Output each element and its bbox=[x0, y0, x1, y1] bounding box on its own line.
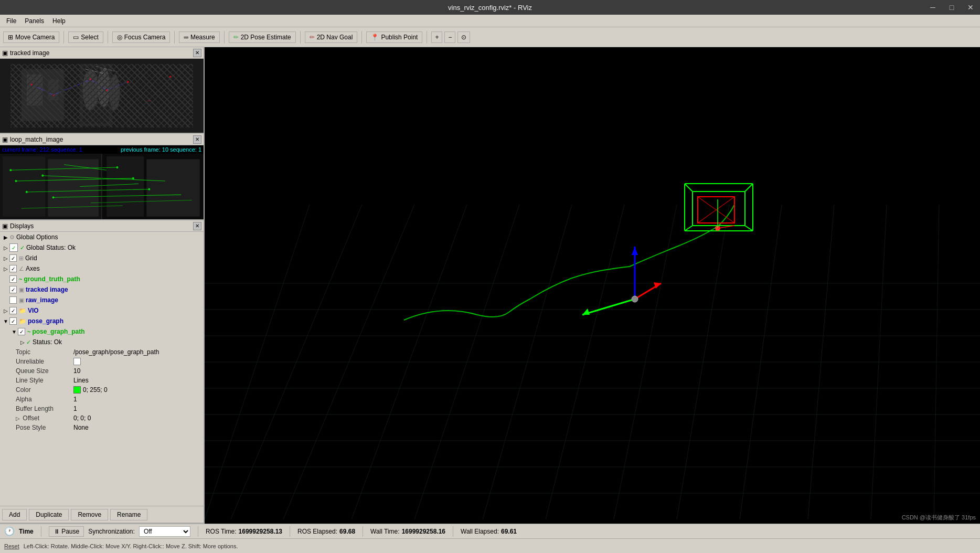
status-ok-icon: ✓ bbox=[26, 339, 31, 346]
scene-svg bbox=[205, 47, 980, 524]
grid-toggle[interactable]: ▷ bbox=[2, 256, 9, 261]
nav-goal-icon: ✏ bbox=[310, 34, 315, 41]
prop-unreliable: Unreliable bbox=[0, 357, 204, 366]
svg-line-9 bbox=[86, 69, 107, 75]
svg-point-44 bbox=[116, 166, 118, 168]
loop-match-content bbox=[0, 154, 204, 219]
prop-topic: Topic /pose_graph/pose_graph_path bbox=[0, 347, 204, 357]
remove-button[interactable]: Remove bbox=[71, 509, 108, 520]
svg-point-14 bbox=[105, 89, 108, 91]
sync-select[interactable]: Off Exact Approximate bbox=[139, 526, 190, 537]
svg-line-20 bbox=[91, 79, 106, 90]
wall-time-value: 1699929258.16 bbox=[402, 528, 445, 535]
axes-check[interactable]: ✓ bbox=[9, 265, 17, 272]
left-panel: ▣ tracked image ✕ bbox=[0, 47, 205, 524]
offset-toggle[interactable]: ▷ bbox=[16, 416, 21, 421]
tracked-image-item-label: tracked image bbox=[26, 286, 204, 293]
prop-buffer-length: Buffer Length 1 bbox=[0, 404, 204, 413]
menu-file[interactable]: File bbox=[2, 16, 20, 26]
prop-color: Color 0; 255; 0 bbox=[0, 385, 204, 395]
toolbar-separator-7 bbox=[427, 31, 427, 44]
pose-graph-path-check[interactable]: ✓ bbox=[18, 328, 25, 335]
titlebar: vins_rviz_config.rviz* - RViz ─ □ ✕ bbox=[0, 0, 980, 15]
loop-match-header: current frame: 212 sequence: 1 previous … bbox=[0, 145, 204, 154]
global-status-label: Global Status: Ok bbox=[26, 244, 204, 251]
reset-button[interactable]: Reset bbox=[4, 543, 19, 549]
svg-line-21 bbox=[106, 82, 128, 90]
select-button[interactable]: ▭ Select bbox=[68, 31, 103, 43]
displays-toolbar: Add Duplicate Remove Rename bbox=[0, 506, 204, 523]
tracked-image-check[interactable]: ✓ bbox=[9, 286, 17, 293]
pose-graph-toggle[interactable]: ▼ bbox=[2, 318, 9, 324]
duplicate-button[interactable]: Duplicate bbox=[29, 509, 69, 520]
publish-point-button[interactable]: 📍 Publish Point bbox=[366, 31, 422, 43]
grid-check[interactable]: ✓ bbox=[9, 254, 17, 262]
global-status-check[interactable]: ✓ bbox=[9, 243, 18, 252]
displays-close[interactable]: ✕ bbox=[193, 222, 201, 230]
status-ok-toggle[interactable]: ▷ bbox=[19, 339, 26, 345]
nav-goal-button[interactable]: ✏ 2D Nav Goal bbox=[305, 31, 358, 43]
maximize-button[interactable]: □ bbox=[942, 0, 961, 15]
svg-point-76 bbox=[632, 296, 638, 302]
zoom-reset-button[interactable]: ⊙ bbox=[457, 31, 470, 43]
ground-truth-path-item[interactable]: ✓ ~ ground_truth_path bbox=[0, 274, 204, 284]
menu-help[interactable]: Help bbox=[48, 16, 70, 26]
svg-point-46 bbox=[148, 188, 150, 190]
select-icon: ▭ bbox=[73, 34, 79, 41]
panel-icon-displays: ▣ bbox=[2, 222, 8, 230]
focus-camera-button[interactable]: ◎ Focus Camera bbox=[112, 31, 171, 43]
tracked-image-titlebar: ▣ tracked image ✕ bbox=[0, 47, 204, 59]
vio-toggle[interactable]: ▷ bbox=[2, 308, 9, 314]
displays-list[interactable]: ▶ ⚙ Global Options ▷ ✓ ✓ Global Status: … bbox=[0, 232, 204, 506]
loop-match-close[interactable]: ✕ bbox=[193, 135, 201, 144]
pose-graph-icon: 📁 bbox=[19, 318, 26, 325]
axes-toggle[interactable]: ▷ bbox=[2, 266, 9, 272]
pause-button[interactable]: ⏸ Pause bbox=[49, 526, 84, 537]
tracked-image-svg bbox=[0, 59, 204, 133]
status-ok-item[interactable]: ▷ ✓ Status: Ok bbox=[0, 337, 204, 347]
loop-prev-frame: previous frame: 10 sequence: 1 bbox=[121, 146, 201, 153]
rename-button[interactable]: Rename bbox=[110, 509, 147, 520]
measure-button[interactable]: ═ Measure bbox=[179, 31, 219, 43]
global-options-item[interactable]: ▶ ⚙ Global Options bbox=[0, 232, 204, 242]
pose-graph-label: pose_graph bbox=[28, 317, 204, 325]
zoom-in-button[interactable]: + bbox=[431, 31, 442, 43]
ground-truth-check[interactable]: ✓ bbox=[9, 275, 17, 283]
svg-point-17 bbox=[169, 76, 172, 78]
global-status-toggle[interactable]: ▷ bbox=[2, 245, 9, 251]
svg-point-42 bbox=[41, 175, 44, 177]
global-status-item[interactable]: ▷ ✓ ✓ Global Status: Ok bbox=[0, 242, 204, 253]
focus-camera-icon: ◎ bbox=[117, 34, 122, 41]
global-options-toggle[interactable]: ▶ bbox=[2, 235, 9, 240]
color-swatch[interactable] bbox=[73, 386, 81, 394]
global-status-icon: ✓ bbox=[20, 244, 25, 251]
tracked-image-close[interactable]: ✕ bbox=[193, 49, 201, 57]
minimize-button[interactable]: ─ bbox=[923, 0, 942, 15]
vio-icon: 📁 bbox=[19, 307, 26, 314]
zoom-out-button[interactable]: − bbox=[444, 31, 455, 43]
axes-item[interactable]: ▷ ✓ ∠ Axes bbox=[0, 263, 204, 274]
move-camera-button[interactable]: ⊞ Move Camera bbox=[3, 31, 59, 43]
raw-image-item[interactable]: ▣ raw_image bbox=[0, 295, 204, 305]
window-title: vins_rviz_config.rviz* - RViz bbox=[0, 4, 980, 12]
pose-graph-path-toggle[interactable]: ▼ bbox=[10, 329, 18, 335]
close-button[interactable]: ✕ bbox=[961, 0, 980, 15]
ground-truth-icon: ~ bbox=[19, 276, 22, 282]
wall-elapsed-value: 69.61 bbox=[501, 528, 517, 535]
menu-panels[interactable]: Panels bbox=[20, 16, 48, 26]
svg-rect-0 bbox=[0, 59, 204, 133]
raw-image-check[interactable] bbox=[9, 296, 17, 304]
time-sep1 bbox=[41, 526, 41, 537]
unreliable-checkbox[interactable] bbox=[73, 358, 81, 365]
vio-item[interactable]: ▷ ✓ 📁 VIO bbox=[0, 305, 204, 316]
tracked-image-item[interactable]: ✓ ▣ tracked image bbox=[0, 284, 204, 295]
pose-graph-item[interactable]: ▼ ✓ 📁 pose_graph bbox=[0, 316, 204, 326]
pose-graph-path-item[interactable]: ▼ ✓ ~ pose_graph_path bbox=[0, 326, 204, 337]
add-button[interactable]: Add bbox=[2, 509, 27, 520]
prop-pose-style: Pose Style None bbox=[0, 423, 204, 432]
pose-graph-check[interactable]: ✓ bbox=[9, 317, 17, 325]
pose-estimate-button[interactable]: ✏ 2D Pose Estimate bbox=[229, 31, 296, 43]
vio-check[interactable]: ✓ bbox=[9, 307, 17, 314]
3d-viewport[interactable]: CSDN @读书健身酸了 31fps bbox=[205, 47, 980, 524]
grid-item[interactable]: ▷ ✓ ⊞ Grid bbox=[0, 253, 204, 263]
